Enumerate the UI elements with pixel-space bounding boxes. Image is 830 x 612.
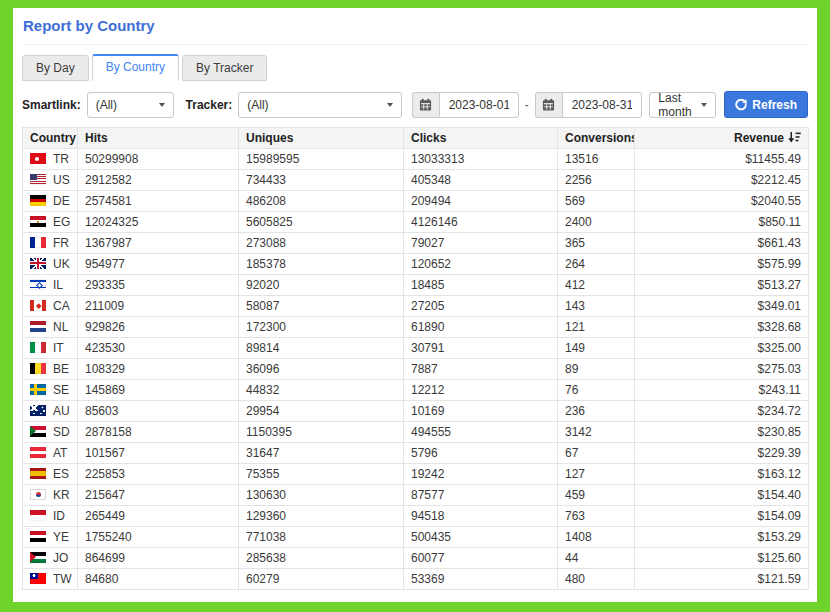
column-header-country[interactable]: Country <box>23 128 78 149</box>
flag-it-icon <box>30 342 46 353</box>
calendar-icon[interactable] <box>535 92 562 118</box>
uniques-cell: 172300 <box>239 317 404 338</box>
conversions-cell: 89 <box>558 359 635 380</box>
clicks-cell: 13033313 <box>404 149 558 170</box>
clicks-cell: 10169 <box>404 401 558 422</box>
revenue-cell: $2040.55 <box>635 191 809 212</box>
uniques-cell: 31647 <box>239 443 404 464</box>
sort-amount-desc-icon <box>788 132 801 143</box>
tab-by-country[interactable]: By Country <box>92 54 179 81</box>
hits-cell: 423530 <box>78 338 239 359</box>
revenue-cell: $2212.45 <box>635 170 809 191</box>
country-code: IT <box>53 341 64 355</box>
uniques-cell: 15989595 <box>239 149 404 170</box>
revenue-cell: $661.43 <box>635 233 809 254</box>
clicks-cell: 18485 <box>404 275 558 296</box>
chevron-down-icon <box>159 103 165 107</box>
revenue-cell: $230.85 <box>635 422 809 443</box>
uniques-cell: 36096 <box>239 359 404 380</box>
conversions-cell: 127 <box>558 464 635 485</box>
flag-ca-icon <box>30 300 46 311</box>
column-header-uniques[interactable]: Uniques <box>239 128 404 149</box>
date-from-input[interactable] <box>439 92 519 118</box>
clicks-cell: 12212 <box>404 380 558 401</box>
table-row: AU856032995410169236$234.72 <box>23 401 809 422</box>
date-range-preset-select[interactable]: Last month <box>649 92 716 118</box>
country-code: SE <box>53 383 69 397</box>
clicks-cell: 79027 <box>404 233 558 254</box>
date-range-separator: - <box>525 98 529 112</box>
country-cell: KR <box>23 485 78 506</box>
calendar-icon[interactable] <box>412 92 439 118</box>
chevron-down-icon <box>387 103 393 107</box>
clicks-cell: 87577 <box>404 485 558 506</box>
country-cell: AT <box>23 443 78 464</box>
smartlink-label: Smartlink: <box>22 98 81 112</box>
uniques-cell: 130630 <box>239 485 404 506</box>
table-row: SD287815811503954945553142$230.85 <box>23 422 809 443</box>
conversions-cell: 2256 <box>558 170 635 191</box>
date-to-input[interactable] <box>562 92 642 118</box>
tracker-select[interactable]: (All) <box>238 92 401 118</box>
table-row: BE10832936096788789$275.03 <box>23 359 809 380</box>
flag-sd-icon <box>30 426 46 437</box>
country-cell: DE <box>23 191 78 212</box>
uniques-cell: 285638 <box>239 548 404 569</box>
flag-uk-icon <box>30 258 46 269</box>
refresh-button[interactable]: Refresh <box>724 91 808 118</box>
tab-bar: By DayBy CountryBy Tracker <box>22 54 808 81</box>
table-row: UK954977185378120652264$575.99 <box>23 254 809 275</box>
table-row: AT10156731647579667$229.39 <box>23 443 809 464</box>
table-row: JO8646992856386007744$125.60 <box>23 548 809 569</box>
tab-by-tracker[interactable]: By Tracker <box>182 55 267 81</box>
country-cell: US <box>23 170 78 191</box>
hits-cell: 85603 <box>78 401 239 422</box>
column-header-hits[interactable]: Hits <box>78 128 239 149</box>
clicks-cell: 405348 <box>404 170 558 191</box>
conversions-cell: 67 <box>558 443 635 464</box>
uniques-cell: 60279 <box>239 569 404 590</box>
conversions-cell: 763 <box>558 506 635 527</box>
hits-cell: 1367987 <box>78 233 239 254</box>
country-cell: SE <box>23 380 78 401</box>
flag-tr-icon <box>30 153 46 164</box>
revenue-cell: $121.59 <box>635 569 809 590</box>
column-header-clicks[interactable]: Clicks <box>404 128 558 149</box>
country-cell: BE <box>23 359 78 380</box>
hits-cell: 50299908 <box>78 149 239 170</box>
conversions-cell: 459 <box>558 485 635 506</box>
table-row: YE17552407710385004351408$153.29 <box>23 527 809 548</box>
revenue-cell: $11455.49 <box>635 149 809 170</box>
clicks-cell: 120652 <box>404 254 558 275</box>
uniques-cell: 771038 <box>239 527 404 548</box>
uniques-cell: 5605825 <box>239 212 404 233</box>
column-header-conversions[interactable]: Conversions <box>558 128 635 149</box>
country-cell: JO <box>23 548 78 569</box>
country-cell: NL <box>23 317 78 338</box>
conversions-cell: 44 <box>558 548 635 569</box>
column-header-label: Country <box>30 131 76 145</box>
column-header-label: Hits <box>85 131 108 145</box>
column-header-label: Uniques <box>246 131 293 145</box>
uniques-cell: 58087 <box>239 296 404 317</box>
table-header-row: CountryHitsUniquesClicksConversionsReven… <box>23 128 809 149</box>
uniques-cell: 486208 <box>239 191 404 212</box>
country-cell: ES <box>23 464 78 485</box>
country-code: NL <box>53 320 68 334</box>
column-header-revenue[interactable]: Revenue <box>635 128 809 149</box>
uniques-cell: 44832 <box>239 380 404 401</box>
conversions-cell: 2400 <box>558 212 635 233</box>
smartlink-select[interactable]: (All) <box>87 92 174 118</box>
table-row: EG12024325560582541261462400$850.11 <box>23 212 809 233</box>
clicks-cell: 500435 <box>404 527 558 548</box>
hits-cell: 84680 <box>78 569 239 590</box>
column-header-label: Conversions <box>565 131 635 145</box>
conversions-cell: 149 <box>558 338 635 359</box>
clicks-cell: 4126146 <box>404 212 558 233</box>
smartlink-selected-value: (All) <box>96 98 117 112</box>
date-range-preset-value: Last month <box>658 91 695 119</box>
hits-cell: 929826 <box>78 317 239 338</box>
tab-by-day[interactable]: By Day <box>22 55 89 81</box>
flag-tw-icon <box>30 573 46 584</box>
conversions-cell: 76 <box>558 380 635 401</box>
